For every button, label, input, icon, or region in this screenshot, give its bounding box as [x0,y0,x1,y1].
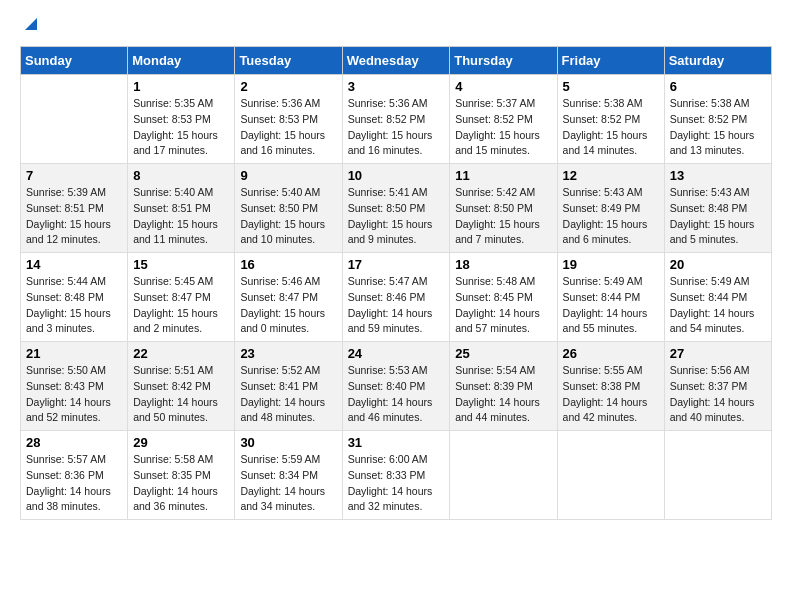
day-info: Sunrise: 5:45 AM Sunset: 8:47 PM Dayligh… [133,274,229,337]
calendar-week-row: 7Sunrise: 5:39 AM Sunset: 8:51 PM Daylig… [21,164,772,253]
calendar-cell: 7Sunrise: 5:39 AM Sunset: 8:51 PM Daylig… [21,164,128,253]
column-header-thursday: Thursday [450,47,557,75]
calendar-cell [557,431,664,520]
day-number: 17 [348,257,445,272]
column-header-friday: Friday [557,47,664,75]
calendar-cell: 4Sunrise: 5:37 AM Sunset: 8:52 PM Daylig… [450,75,557,164]
day-number: 24 [348,346,445,361]
day-info: Sunrise: 5:40 AM Sunset: 8:50 PM Dayligh… [240,185,336,248]
day-info: Sunrise: 5:46 AM Sunset: 8:47 PM Dayligh… [240,274,336,337]
calendar-cell: 11Sunrise: 5:42 AM Sunset: 8:50 PM Dayli… [450,164,557,253]
calendar-cell [664,431,771,520]
day-info: Sunrise: 5:41 AM Sunset: 8:50 PM Dayligh… [348,185,445,248]
day-number: 23 [240,346,336,361]
day-number: 20 [670,257,766,272]
calendar-cell: 14Sunrise: 5:44 AM Sunset: 8:48 PM Dayli… [21,253,128,342]
day-info: Sunrise: 5:47 AM Sunset: 8:46 PM Dayligh… [348,274,445,337]
calendar-week-row: 14Sunrise: 5:44 AM Sunset: 8:48 PM Dayli… [21,253,772,342]
column-header-sunday: Sunday [21,47,128,75]
calendar-table: SundayMondayTuesdayWednesdayThursdayFrid… [20,46,772,520]
day-info: Sunrise: 5:39 AM Sunset: 8:51 PM Dayligh… [26,185,122,248]
day-info: Sunrise: 5:50 AM Sunset: 8:43 PM Dayligh… [26,363,122,426]
day-info: Sunrise: 5:40 AM Sunset: 8:51 PM Dayligh… [133,185,229,248]
day-number: 21 [26,346,122,361]
calendar-cell: 27Sunrise: 5:56 AM Sunset: 8:37 PM Dayli… [664,342,771,431]
day-info: Sunrise: 5:58 AM Sunset: 8:35 PM Dayligh… [133,452,229,515]
day-number: 27 [670,346,766,361]
calendar-cell: 17Sunrise: 5:47 AM Sunset: 8:46 PM Dayli… [342,253,450,342]
day-number: 10 [348,168,445,183]
calendar-cell: 6Sunrise: 5:38 AM Sunset: 8:52 PM Daylig… [664,75,771,164]
day-info: Sunrise: 5:43 AM Sunset: 8:49 PM Dayligh… [563,185,659,248]
day-number: 8 [133,168,229,183]
calendar-cell: 29Sunrise: 5:58 AM Sunset: 8:35 PM Dayli… [128,431,235,520]
day-number: 4 [455,79,551,94]
day-info: Sunrise: 5:38 AM Sunset: 8:52 PM Dayligh… [563,96,659,159]
day-info: Sunrise: 5:36 AM Sunset: 8:52 PM Dayligh… [348,96,445,159]
day-info: Sunrise: 5:38 AM Sunset: 8:52 PM Dayligh… [670,96,766,159]
day-number: 14 [26,257,122,272]
day-info: Sunrise: 5:54 AM Sunset: 8:39 PM Dayligh… [455,363,551,426]
calendar-cell: 20Sunrise: 5:49 AM Sunset: 8:44 PM Dayli… [664,253,771,342]
day-number: 30 [240,435,336,450]
day-info: Sunrise: 5:44 AM Sunset: 8:48 PM Dayligh… [26,274,122,337]
day-number: 19 [563,257,659,272]
day-info: Sunrise: 5:42 AM Sunset: 8:50 PM Dayligh… [455,185,551,248]
calendar-week-row: 28Sunrise: 5:57 AM Sunset: 8:36 PM Dayli… [21,431,772,520]
column-header-saturday: Saturday [664,47,771,75]
calendar-cell: 31Sunrise: 6:00 AM Sunset: 8:33 PM Dayli… [342,431,450,520]
calendar-cell [21,75,128,164]
column-header-wednesday: Wednesday [342,47,450,75]
calendar-cell: 28Sunrise: 5:57 AM Sunset: 8:36 PM Dayli… [21,431,128,520]
day-number: 7 [26,168,122,183]
calendar-cell: 16Sunrise: 5:46 AM Sunset: 8:47 PM Dayli… [235,253,342,342]
day-number: 13 [670,168,766,183]
calendar-cell: 15Sunrise: 5:45 AM Sunset: 8:47 PM Dayli… [128,253,235,342]
day-info: Sunrise: 5:55 AM Sunset: 8:38 PM Dayligh… [563,363,659,426]
svg-marker-0 [25,18,37,30]
day-number: 9 [240,168,336,183]
calendar-cell: 24Sunrise: 5:53 AM Sunset: 8:40 PM Dayli… [342,342,450,431]
day-info: Sunrise: 5:43 AM Sunset: 8:48 PM Dayligh… [670,185,766,248]
calendar-header-row: SundayMondayTuesdayWednesdayThursdayFrid… [21,47,772,75]
calendar-cell: 1Sunrise: 5:35 AM Sunset: 8:53 PM Daylig… [128,75,235,164]
calendar-cell: 3Sunrise: 5:36 AM Sunset: 8:52 PM Daylig… [342,75,450,164]
calendar-cell: 5Sunrise: 5:38 AM Sunset: 8:52 PM Daylig… [557,75,664,164]
calendar-cell: 19Sunrise: 5:49 AM Sunset: 8:44 PM Dayli… [557,253,664,342]
day-info: Sunrise: 5:56 AM Sunset: 8:37 PM Dayligh… [670,363,766,426]
calendar-cell: 9Sunrise: 5:40 AM Sunset: 8:50 PM Daylig… [235,164,342,253]
day-info: Sunrise: 5:35 AM Sunset: 8:53 PM Dayligh… [133,96,229,159]
day-info: Sunrise: 5:48 AM Sunset: 8:45 PM Dayligh… [455,274,551,337]
logo [20,20,39,36]
day-number: 5 [563,79,659,94]
day-number: 1 [133,79,229,94]
day-info: Sunrise: 5:49 AM Sunset: 8:44 PM Dayligh… [670,274,766,337]
day-number: 25 [455,346,551,361]
calendar-cell: 8Sunrise: 5:40 AM Sunset: 8:51 PM Daylig… [128,164,235,253]
day-info: Sunrise: 5:37 AM Sunset: 8:52 PM Dayligh… [455,96,551,159]
calendar-cell: 23Sunrise: 5:52 AM Sunset: 8:41 PM Dayli… [235,342,342,431]
day-info: Sunrise: 5:52 AM Sunset: 8:41 PM Dayligh… [240,363,336,426]
calendar-cell: 25Sunrise: 5:54 AM Sunset: 8:39 PM Dayli… [450,342,557,431]
day-number: 2 [240,79,336,94]
day-number: 6 [670,79,766,94]
calendar-cell [450,431,557,520]
calendar-week-row: 21Sunrise: 5:50 AM Sunset: 8:43 PM Dayli… [21,342,772,431]
day-number: 16 [240,257,336,272]
column-header-monday: Monday [128,47,235,75]
day-number: 22 [133,346,229,361]
calendar-cell: 22Sunrise: 5:51 AM Sunset: 8:42 PM Dayli… [128,342,235,431]
day-number: 29 [133,435,229,450]
day-number: 28 [26,435,122,450]
calendar-cell: 21Sunrise: 5:50 AM Sunset: 8:43 PM Dayli… [21,342,128,431]
day-number: 11 [455,168,551,183]
day-info: Sunrise: 5:49 AM Sunset: 8:44 PM Dayligh… [563,274,659,337]
logo-triangle-icon [23,16,39,36]
calendar-cell: 18Sunrise: 5:48 AM Sunset: 8:45 PM Dayli… [450,253,557,342]
column-header-tuesday: Tuesday [235,47,342,75]
calendar-cell: 10Sunrise: 5:41 AM Sunset: 8:50 PM Dayli… [342,164,450,253]
day-info: Sunrise: 5:59 AM Sunset: 8:34 PM Dayligh… [240,452,336,515]
day-number: 26 [563,346,659,361]
day-info: Sunrise: 5:57 AM Sunset: 8:36 PM Dayligh… [26,452,122,515]
day-info: Sunrise: 5:36 AM Sunset: 8:53 PM Dayligh… [240,96,336,159]
